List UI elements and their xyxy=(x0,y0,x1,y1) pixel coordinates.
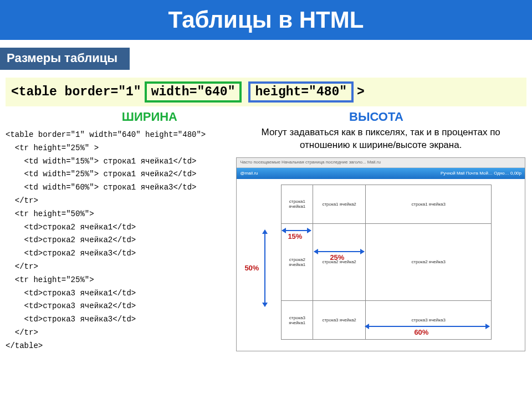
tag-prefix: <table border="1" xyxy=(11,85,141,99)
cell-1-1: строка1 ячейка1 xyxy=(282,185,313,223)
height-attr-highlight: height="480" xyxy=(248,81,354,103)
browser-bar2-right: Ручной Mail Почта Мой… Одно… 0,00р xyxy=(441,171,521,176)
code-listing: <table border="1" width="640" height="48… xyxy=(0,126,234,353)
cell-2-2: строка2 ячейка2 xyxy=(313,223,366,301)
slide-title: Таблицы в HTML xyxy=(0,0,532,40)
caption-text: Могут задаваться как в пикселях, так и в… xyxy=(236,126,525,152)
browser-bar2-left: @mail.ru xyxy=(240,171,258,176)
content-row: <table border="1" width="640" height="48… xyxy=(0,126,532,353)
cell-2-3: строка2 ячейка3 xyxy=(365,223,491,301)
cell-1-2: строка1 ячейка2 xyxy=(313,185,366,223)
right-column: Могут задаваться как в пикселях, так и в… xyxy=(234,126,532,353)
cell-1-3: строка1 ячейка3 xyxy=(365,185,491,223)
arrow-50 xyxy=(264,230,265,306)
tag-example-strip: <table border="1" width="640" height="48… xyxy=(6,78,526,106)
browser-bookmarks-bar: Часто посещаемые Начальная страница посл… xyxy=(237,158,525,168)
label-width: ШИРИНА xyxy=(6,110,266,124)
arrow-60 xyxy=(365,326,489,327)
arrow-15 xyxy=(282,230,311,231)
dim-15: 15% xyxy=(288,232,302,241)
width-attr-highlight: width="640" xyxy=(145,81,242,103)
labels-row: ШИРИНА ВЫСОТА xyxy=(6,110,526,124)
cell-3-2: строка3 ячейка2 xyxy=(313,301,366,340)
dim-60: 60% xyxy=(414,328,428,336)
subtitle-wrap: Размеры таблицы xyxy=(0,48,532,70)
cell-3-1: строка3 ячейка1 xyxy=(282,301,313,340)
arrow-25 xyxy=(314,251,364,252)
dim-50: 50% xyxy=(244,264,259,272)
demo-area: строка1 ячейка1 строка1 ячейка2 строка1 … xyxy=(237,185,525,351)
dim-25: 25% xyxy=(330,253,344,262)
demo-table: строка1 ячейка1 строка1 ячейка2 строка1 … xyxy=(281,185,492,340)
subtitle: Размеры таблицы xyxy=(0,48,130,70)
browser-mail-bar: @mail.ru Ручной Mail Почта Мой… Одно… 0,… xyxy=(237,168,525,179)
height-attr-text: height="480" xyxy=(255,85,347,99)
tag-suffix: > xyxy=(357,85,365,99)
browser-mock: Часто посещаемые Начальная страница посл… xyxy=(236,157,525,351)
width-attr-text: width="640" xyxy=(151,85,236,99)
label-height: ВЫСОТА xyxy=(266,110,526,124)
